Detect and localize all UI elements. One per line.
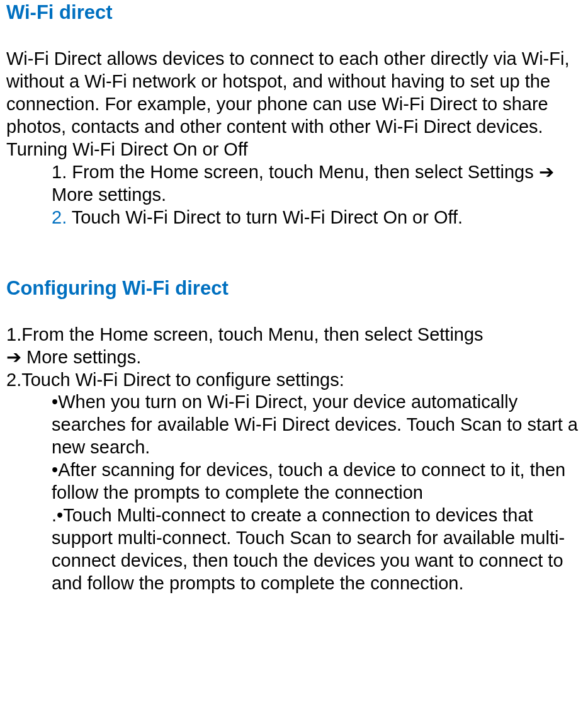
step1-text-b: More settings.: [52, 185, 166, 205]
config-step-2: 2.Touch Wi-Fi Direct to configure settin…: [6, 369, 582, 392]
step2-text: Touch Wi-Fi Direct to turn Wi-Fi Direct …: [67, 207, 463, 227]
intro-paragraph: Wi-Fi Direct allows devices to connect t…: [6, 48, 582, 139]
arrow-icon: ➔: [539, 162, 554, 182]
section-heading-configuring: Configuring Wi-Fi direct: [6, 276, 582, 300]
config-step-1: 1.From the Home screen, touch Menu, then…: [6, 324, 582, 369]
bullet-1: •When you turn on Wi-Fi Direct, your dev…: [6, 391, 582, 459]
config-step1-text-a: 1.From the Home screen, touch Menu, then…: [6, 324, 483, 344]
subheading-turning-on-off: Turning Wi-Fi Direct On or Off: [6, 139, 582, 161]
bullet-2: •After scanning for devices, touch a dev…: [6, 459, 582, 504]
document-page: Wi-Fi direct Wi-Fi Direct allows devices…: [0, 0, 588, 614]
step2-number: 2.: [52, 207, 67, 227]
step-1: 1. From the Home screen, touch Menu, the…: [6, 161, 582, 207]
section-heading-wifi-direct: Wi-Fi direct: [6, 0, 582, 24]
step-2: 2. Touch Wi-Fi Direct to turn Wi-Fi Dire…: [6, 207, 582, 229]
config-step1-text-b: More settings.: [21, 347, 141, 367]
arrow-icon: ➔: [6, 347, 21, 367]
step1-text-a: 1. From the Home screen, touch Menu, the…: [52, 162, 539, 182]
bullet-3: .•Touch Multi-connect to create a connec…: [6, 504, 582, 595]
spacer: [6, 229, 582, 276]
